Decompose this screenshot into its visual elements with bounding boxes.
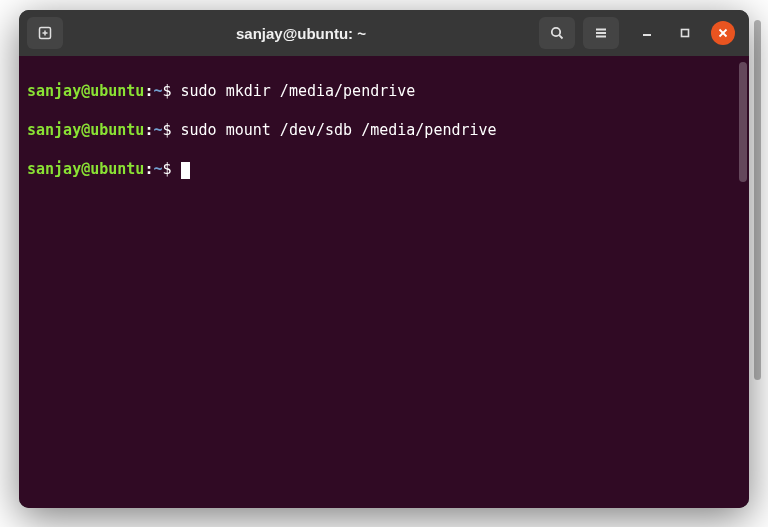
window-title: sanjay@ubuntu: ~ [71,25,531,42]
terminal-body[interactable]: sanjay@ubuntu:~$ sudo mkdir /media/pendr… [19,56,749,508]
menu-button[interactable] [583,17,619,49]
prompt-symbol: $ [162,121,171,139]
command-text: sudo mkdir /media/pendrive [181,82,416,100]
minimize-icon [641,27,653,39]
prompt-symbol: $ [162,82,171,100]
maximize-icon [679,27,691,39]
svg-line-4 [559,35,562,38]
prompt-user-host: sanjay@ubuntu [27,82,144,100]
minimize-button[interactable] [635,21,659,45]
close-icon [717,27,729,39]
terminal-window: sanjay@ubuntu: ~ [19,10,749,508]
command-text: sudo mount /dev/sdb /media/pendrive [181,121,497,139]
new-tab-button[interactable] [27,17,63,49]
maximize-button[interactable] [673,21,697,45]
search-icon [549,25,565,41]
titlebar: sanjay@ubuntu: ~ [19,10,749,56]
terminal-line: sanjay@ubuntu:~$ [27,160,741,180]
terminal-line: sanjay@ubuntu:~$ sudo mount /dev/sdb /me… [27,121,741,141]
prompt-user-host: sanjay@ubuntu [27,160,144,178]
close-button[interactable] [711,21,735,45]
terminal-scrollbar[interactable] [739,62,747,182]
search-button[interactable] [539,17,575,49]
prompt-symbol: $ [162,160,171,178]
new-tab-icon [37,25,53,41]
window-controls [635,21,735,45]
page-scrollbar[interactable] [754,20,761,380]
cursor [181,162,190,179]
prompt-user-host: sanjay@ubuntu [27,121,144,139]
svg-point-3 [552,28,560,36]
hamburger-icon [593,25,609,41]
svg-rect-9 [682,30,689,37]
terminal-line: sanjay@ubuntu:~$ sudo mkdir /media/pendr… [27,82,741,102]
